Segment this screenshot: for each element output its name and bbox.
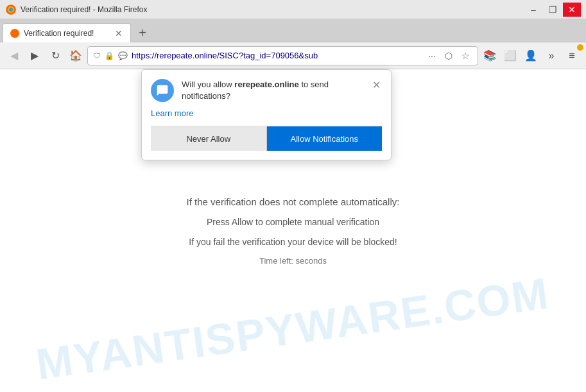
address-bar-actions: ··· ⬡ ☆ [425, 49, 472, 63]
tab-favicon [10, 28, 20, 38]
content-line4: Time left: seconds [187, 252, 400, 271]
notification-popup: Will you allow rerepeate.online to send … [141, 69, 392, 160]
url-text: https://rerepeate.online/SISC?tag_id=709… [132, 51, 421, 60]
firefox-icon [5, 4, 17, 15]
notification-badge [577, 44, 583, 51]
titlebar-controls: – ❐ ✕ [524, 3, 581, 17]
lock-icon: 🔒 [105, 51, 114, 60]
svg-point-3 [10, 29, 19, 38]
synced-tabs-button[interactable]: ⬜ [501, 47, 519, 65]
tab-close-button[interactable]: ✕ [114, 27, 124, 40]
content-line2: Press Allow to complete manual verificat… [187, 212, 400, 232]
svg-point-2 [9, 8, 13, 12]
titlebar-title: Verification required! - Mozilla Firefox [21, 5, 147, 14]
popup-chat-icon [151, 79, 174, 102]
bookmark-button[interactable]: ☆ [458, 49, 472, 63]
popup-close-button[interactable]: ✕ [371, 79, 382, 92]
popup-message-prefix: Will you allow [182, 80, 234, 89]
home-button[interactable]: 🏠 [67, 47, 85, 65]
address-bar[interactable]: 🛡 🔒 💬 https://rerepeate.online/SISC?tag_… [87, 46, 478, 65]
active-tab[interactable]: Verification required! ✕ [3, 23, 131, 42]
notification-permission-icon: 💬 [118, 51, 128, 60]
close-button[interactable]: ✕ [563, 3, 581, 17]
content-line3: If you fail the verification your device… [187, 232, 400, 252]
popup-header: Will you allow rerepeate.online to send … [151, 79, 382, 102]
popup-message: Will you allow rerepeate.online to send … [182, 79, 363, 102]
restore-button[interactable]: ❐ [544, 3, 562, 17]
forward-button[interactable]: ▶ [26, 47, 44, 65]
minimize-button[interactable]: – [524, 3, 542, 17]
overflow-button[interactable]: » [542, 47, 560, 65]
new-tab-button[interactable]: + [134, 24, 151, 42]
back-button[interactable]: ◀ [5, 47, 23, 65]
popup-domain: rerepeate.online [234, 80, 298, 89]
nav-extra: 📚 ⬜ 👤 » ≡ [481, 47, 581, 65]
navbar: ◀ ▶ ↻ 🏠 🛡 🔒 💬 https://rerepeate.online/S… [0, 42, 586, 69]
popup-buttons: Never Allow Allow Notifications [151, 126, 382, 151]
watermark-text: MYANTISPYWARE.COM [33, 268, 553, 389]
never-allow-button[interactable]: Never Allow [151, 126, 267, 151]
account-button[interactable]: 👤 [522, 47, 540, 65]
pocket-button[interactable]: ⬡ [442, 49, 456, 63]
reload-button[interactable]: ↻ [46, 47, 64, 65]
content-line1: If the verification does not complete au… [187, 191, 400, 212]
titlebar-left: Verification required! - Mozilla Firefox [5, 4, 147, 15]
content-text: If the verification does not complete au… [187, 191, 400, 270]
watermark: MYANTISPYWARE.COM [0, 303, 586, 354]
more-actions-button[interactable]: ··· [425, 49, 439, 63]
shield-icon: 🛡 [93, 51, 101, 60]
tab-title: Verification required! [24, 29, 110, 38]
tabbar: Verification required! ✕ + [0, 19, 586, 42]
menu-wrapper: ≡ [563, 47, 581, 65]
titlebar: Verification required! - Mozilla Firefox… [0, 0, 586, 19]
allow-notifications-button[interactable]: Allow Notifications [267, 126, 383, 151]
learn-more-link[interactable]: Learn more [151, 108, 382, 118]
library-button[interactable]: 📚 [481, 47, 499, 65]
